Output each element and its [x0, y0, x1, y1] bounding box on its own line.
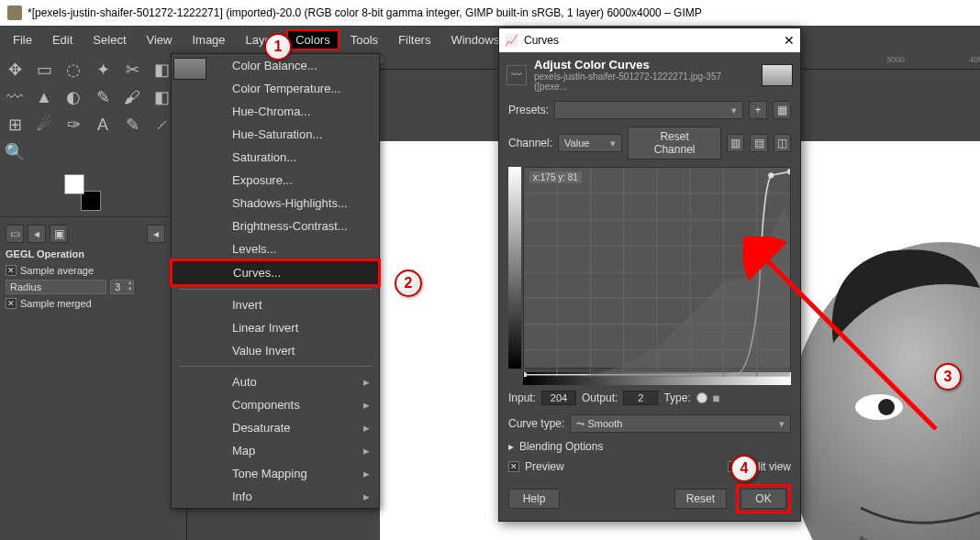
select-rect-tool-icon[interactable]: ▭ [31, 57, 57, 83]
annotation-3: 3 [934, 363, 962, 391]
dialog-subtitle: pexels-justin-shaifer-501272-1222271.jpg… [534, 72, 754, 92]
submenu-arrow-icon: ▸ [363, 398, 370, 412]
menu-tools[interactable]: Tools [341, 29, 387, 50]
preset-add-icon[interactable]: + [749, 101, 767, 119]
tool-options-panel: ▭ ◂ ▣ ◂ GEGL Operation ✕ Sample average … [0, 219, 171, 314]
channel-combo[interactable]: Value [558, 134, 622, 152]
help-button[interactable]: Help [508, 489, 560, 509]
path-tool-icon[interactable]: ✑ [61, 112, 86, 138]
blending-expander-icon[interactable]: ▸ [508, 440, 514, 453]
histogram-log-icon[interactable]: ▤ [750, 134, 767, 152]
warp-tool-icon[interactable]: 〰 [2, 84, 28, 110]
dialog-header: 〰 Adjust Color Curves pexels-justin-shai… [499, 52, 800, 97]
toolbox-panel: ✥ ▭ ◌ ✦ ✂ ◧ 〰 ▲ ◐ ✎ 🖌 ◧ ⊞ ☄ ✑ A ✎ ⟋ 🔍 [0, 53, 171, 314]
submenu-arrow-icon: ▸ [363, 375, 370, 389]
output-value[interactable]: 2 [623, 391, 658, 405]
menu-item-invert[interactable]: Invert [172, 293, 379, 316]
radius-spinner[interactable]: 3 [110, 280, 134, 294]
svg-point-20 [787, 169, 790, 174]
reset-channel-button[interactable]: Reset Channel [628, 127, 721, 160]
menu-item-shadows-highlights[interactable]: Shadows-Highlights... [172, 192, 379, 215]
menu-item-brightness-contrast[interactable]: Brightness-Contrast... [172, 215, 379, 237]
crop-tool-icon[interactable]: ✂ [119, 57, 145, 83]
smudge-tool-icon[interactable]: ☄ [31, 112, 57, 138]
menu-filters[interactable]: Filters [389, 29, 440, 50]
submenu-arrow-icon: ▸ [363, 444, 370, 457]
menu-item-map[interactable]: Map▸ [172, 439, 379, 462]
ruler-mark: 3000 [886, 55, 905, 64]
dialog-titlebar[interactable]: 📈 Curves ✕ [499, 28, 800, 52]
menu-item-hue-saturation[interactable]: Hue-Saturation... [172, 123, 379, 146]
ruler-mark: 4000 [969, 55, 980, 64]
sample-merged-checkbox[interactable]: ✕ [6, 298, 17, 309]
menu-file[interactable]: File [4, 29, 41, 50]
menu-item-curves[interactable]: Curves... [170, 259, 381, 287]
svg-line-21 [762, 255, 936, 429]
zoom-tool-icon[interactable]: 🔍 [2, 139, 28, 165]
close-icon[interactable]: ✕ [784, 33, 795, 48]
dock-menu-icon[interactable]: ◂ [28, 225, 46, 243]
ok-highlight: OK [736, 484, 791, 513]
preview-label: Preview [525, 460, 564, 473]
text-tool-icon[interactable]: A [90, 112, 116, 138]
presets-combo[interactable] [554, 101, 743, 119]
move-tool-icon[interactable]: ✥ [2, 57, 28, 83]
dock-image-icon[interactable]: ▣ [50, 225, 68, 243]
dock-menu-arrow-icon[interactable]: ◂ [147, 225, 165, 243]
window-title: *[pexels-justin-shaifer-501272-1222271] … [28, 6, 702, 19]
menu-item-info[interactable]: Info▸ [172, 485, 379, 508]
menu-colors[interactable]: Colors [286, 29, 340, 50]
menu-image[interactable]: Image [183, 29, 234, 50]
menu-select[interactable]: Select [84, 29, 135, 50]
fg-bg-color-swatch[interactable] [64, 174, 101, 211]
menu-item-saturation[interactable]: Saturation... [172, 146, 379, 169]
gradient-tool-icon[interactable]: ◐ [61, 84, 86, 110]
menu-item-exposure[interactable]: Exposure... [172, 169, 379, 192]
menu-item-value-invert[interactable]: Value Invert [172, 339, 379, 362]
picker-tool-icon[interactable]: ✎ [119, 112, 145, 138]
fg-color-swatch[interactable] [64, 174, 84, 194]
menu-item-tone-mapping[interactable]: Tone Mapping▸ [172, 462, 379, 485]
curves-header-icon: 〰 [507, 65, 527, 85]
menu-separator [179, 289, 372, 290]
output-label: Output: [582, 391, 618, 404]
tool-grid: ✥ ▭ ◌ ✦ ✂ ◧ 〰 ▲ ◐ ✎ 🖌 ◧ ⊞ ☄ ✑ A ✎ ⟋ 🔍 [0, 53, 171, 169]
point-type-smooth-radio[interactable] [696, 392, 707, 403]
input-value[interactable]: 204 [541, 391, 576, 405]
menu-item-linear-invert[interactable]: Linear Invert [172, 316, 379, 339]
brush-tool-icon[interactable]: 🖌 [119, 84, 145, 110]
histogram-linear-icon[interactable]: ▥ [727, 134, 744, 152]
menu-item-hue-chroma[interactable]: Hue-Chroma... [172, 100, 379, 123]
ok-button[interactable]: OK [741, 489, 786, 509]
menu-item-components[interactable]: Components▸ [172, 393, 379, 416]
menu-view[interactable]: View [138, 29, 182, 50]
menu-edit[interactable]: Edit [43, 29, 82, 50]
annotation-2: 2 [395, 270, 422, 297]
clone-tool-icon[interactable]: ⊞ [2, 112, 28, 138]
histogram-perc-icon[interactable]: ◫ [774, 134, 791, 152]
curves-icon: 📈 [505, 34, 518, 47]
menu-item-desaturate[interactable]: Desaturate▸ [172, 416, 379, 439]
dialog-window-title: Curves [524, 34, 559, 47]
input-label: Input: [508, 391, 536, 404]
pencil-tool-icon[interactable]: ✎ [90, 84, 116, 110]
point-type-label: Type: [663, 391, 690, 404]
preview-checkbox[interactable]: ✕ [508, 461, 519, 472]
menu-item-auto[interactable]: Auto▸ [172, 370, 379, 393]
menu-item-levels[interactable]: Levels... [172, 237, 379, 260]
svg-point-17 [524, 372, 527, 377]
output-gradient [508, 167, 521, 369]
blending-options-label[interactable]: Blending Options [519, 440, 603, 453]
curvetype-label: Curve type: [508, 417, 564, 430]
preset-menu-icon[interactable]: ▦ [773, 101, 791, 119]
dock-tab-icon[interactable]: ▭ [6, 225, 24, 243]
lasso-tool-icon[interactable]: ◌ [61, 57, 86, 83]
sample-average-checkbox[interactable]: ✕ [6, 265, 17, 276]
annotation-4: 4 [730, 455, 758, 482]
bucket-tool-icon[interactable]: ▲ [31, 84, 57, 110]
fuzzy-select-tool-icon[interactable]: ✦ [90, 57, 116, 83]
menu-item-color-temperature[interactable]: Color Temperature... [172, 77, 379, 100]
submenu-arrow-icon: ▸ [363, 490, 370, 503]
reset-button[interactable]: Reset [674, 489, 727, 509]
point-type-corner-icon[interactable]: ◆ [709, 391, 724, 405]
